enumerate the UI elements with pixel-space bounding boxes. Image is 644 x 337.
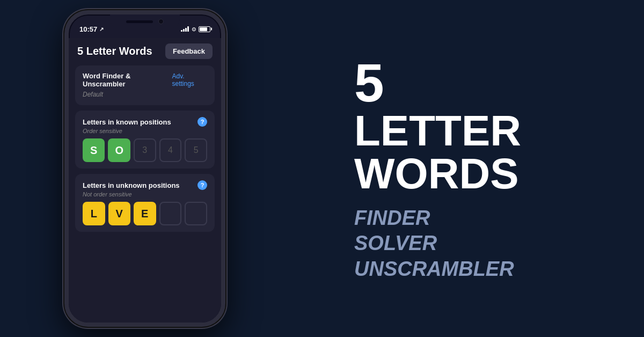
tile-3[interactable]: 3 xyxy=(134,138,156,162)
word-finder-header: Word Finder & Unscrambler Adv. settings xyxy=(83,72,207,88)
known-positions-title: Letters in known positions xyxy=(83,118,171,126)
phone-notch xyxy=(110,14,180,28)
unknown-tile-4[interactable] xyxy=(159,202,182,225)
tile-4[interactable]: 4 xyxy=(159,138,182,162)
notch-speaker xyxy=(126,20,153,23)
headline-number: 5 xyxy=(354,56,601,109)
app-title: 5 Letter Words xyxy=(77,45,152,57)
status-icons: ⊙ xyxy=(181,26,210,32)
unknown-tile-3[interactable]: E xyxy=(134,202,156,225)
unknown-positions-tiles: L V E xyxy=(83,202,207,225)
tile-2[interactable]: O xyxy=(108,138,130,162)
unknown-tile-2[interactable]: V xyxy=(108,202,131,225)
sub-word-1: FINDER xyxy=(354,206,601,231)
known-positions-help-icon[interactable]: ? xyxy=(197,117,207,127)
headline-words: 5 LETTER WORDS xyxy=(354,56,601,195)
phone-frame: 10:57 ↗ ⊙ xyxy=(64,10,225,327)
word-finder-title: Word Finder & Unscrambler xyxy=(83,72,172,88)
signal-bar-1 xyxy=(181,30,182,32)
signal-bars-icon xyxy=(181,26,189,32)
known-positions-section: Letters in known positions ? Order sensi… xyxy=(75,111,215,169)
adv-settings-link[interactable]: Adv. settings xyxy=(172,72,208,87)
word-finder-subtitle: Default xyxy=(83,91,103,98)
unknown-positions-header: Letters in unknown positions ? xyxy=(83,180,207,190)
tile-5[interactable]: 5 xyxy=(185,138,207,162)
feedback-button[interactable]: Feedback xyxy=(165,43,213,59)
sub-words: FINDER SOLVER UNSCRAMBLER xyxy=(354,206,601,282)
known-positions-tiles: S O 3 4 5 xyxy=(83,138,207,162)
text-section: 5 LETTER WORDS FINDER SOLVER UNSCRAMBLER xyxy=(333,56,601,282)
known-positions-subtitle: Order sensitive xyxy=(83,128,207,134)
headline-word2: WORDS xyxy=(354,152,601,195)
phone-section: 10:57 ↗ ⊙ xyxy=(43,10,247,327)
unknown-positions-title: Letters in unknown positions xyxy=(83,181,180,189)
app-header: 5 Letter Words Feedback xyxy=(69,38,221,65)
sub-word-3: UNSCRAMBLER xyxy=(354,257,601,282)
sub-word-2: SOLVER xyxy=(354,231,601,256)
app-body: Word Finder & Unscrambler Adv. settings … xyxy=(69,65,221,323)
notch-camera xyxy=(158,19,164,24)
headline-word1: LETTER xyxy=(354,109,601,152)
status-time: 10:57 ↗ xyxy=(79,25,104,33)
app-content: 5 Letter Words Feedback Word Finder & Un… xyxy=(69,38,221,323)
page-wrapper: 10:57 ↗ ⊙ xyxy=(0,0,644,337)
signal-bar-3 xyxy=(185,28,187,32)
battery-icon xyxy=(199,26,210,32)
unknown-positions-section: Letters in unknown positions ? Not order… xyxy=(75,174,215,232)
wifi-icon: ⊙ xyxy=(192,26,196,32)
unknown-tile-1[interactable]: L xyxy=(83,202,105,225)
signal-bar-4 xyxy=(187,26,189,32)
signal-bar-2 xyxy=(183,29,185,32)
tile-1[interactable]: S xyxy=(83,138,105,162)
unknown-positions-subtitle: Not order sensitive xyxy=(83,191,207,197)
unknown-tile-5[interactable] xyxy=(185,202,207,225)
time-display: 10:57 xyxy=(79,25,97,33)
unknown-positions-help-icon[interactable]: ? xyxy=(197,180,207,190)
word-finder-card: Word Finder & Unscrambler Adv. settings … xyxy=(75,65,215,105)
known-positions-header: Letters in known positions ? xyxy=(83,117,207,127)
battery-fill xyxy=(200,27,207,31)
location-icon: ↗ xyxy=(99,26,104,32)
